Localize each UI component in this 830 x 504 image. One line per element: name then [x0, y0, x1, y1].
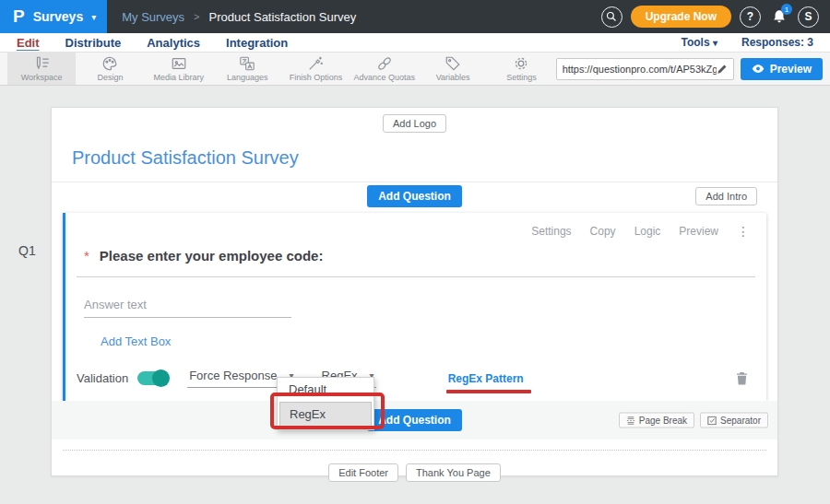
- validation-toggle[interactable]: [137, 371, 169, 385]
- validation-type-menu: Default RegEx: [277, 377, 374, 430]
- editor-toolbar: Workspace Design Media Library Languages…: [0, 53, 830, 86]
- survey-card: Add Logo Product Satisfaction Survey Add…: [51, 107, 778, 476]
- search-icon: [606, 11, 617, 22]
- gear-icon: [513, 55, 529, 72]
- tab-edit[interactable]: Edit: [17, 36, 40, 50]
- survey-title[interactable]: Product Satisfaction Survey: [72, 147, 777, 169]
- translate-icon: [239, 55, 255, 72]
- thank-you-page-button[interactable]: Thank You Page: [406, 463, 501, 482]
- add-logo-button[interactable]: Add Logo: [383, 114, 446, 133]
- preview-button[interactable]: Preview: [741, 58, 823, 80]
- toolbar-item-advance-quotas[interactable]: Advance Quotas: [350, 53, 419, 85]
- top-header: P Surveys ▾ My Surveys > Product Satisfa…: [0, 0, 830, 33]
- question-block: Settings Copy Logic Preview ⋮ * Please e…: [63, 213, 766, 401]
- separator-button[interactable]: Separator: [700, 413, 768, 428]
- add-question-button-top[interactable]: Add Question: [367, 185, 462, 207]
- tab-analytics[interactable]: Analytics: [147, 36, 200, 50]
- breadcrumb-my-surveys[interactable]: My Surveys: [122, 10, 184, 24]
- tab-distribute[interactable]: Distribute: [65, 36, 122, 50]
- questionpro-logo: P: [13, 6, 25, 27]
- question-settings-link[interactable]: Settings: [531, 225, 571, 238]
- toolbar-item-workspace[interactable]: Workspace: [7, 53, 76, 85]
- question-number: Q1: [18, 243, 36, 258]
- magic-wand-icon: [307, 55, 324, 72]
- delete-question-button[interactable]: [736, 371, 748, 385]
- survey-url-input[interactable]: [563, 64, 717, 75]
- question-preview-link[interactable]: Preview: [679, 225, 718, 238]
- eye-icon: [752, 64, 765, 74]
- chevron-down-icon: ▾: [91, 12, 96, 22]
- question-logic-link[interactable]: Logic: [634, 225, 661, 238]
- breadcrumb-current-survey: Product Satisfaction Survey: [209, 10, 357, 24]
- avatar[interactable]: S: [798, 6, 819, 28]
- chain-link-icon: [376, 55, 393, 72]
- notification-badge: 1: [781, 4, 792, 15]
- breadcrumb: My Surveys > Product Satisfaction Survey: [122, 10, 356, 24]
- question-actions: Settings Copy Logic Preview ⋮: [65, 213, 766, 239]
- add-question-button-bottom[interactable]: Add Question: [367, 409, 462, 431]
- checkbox-icon: [707, 416, 717, 425]
- product-menu-label: Surveys: [33, 9, 83, 24]
- chevron-down-icon: ▾: [713, 38, 717, 48]
- palette-icon: [101, 55, 118, 72]
- toggle-knob: [152, 369, 170, 387]
- edit-footer-button[interactable]: Edit Footer: [328, 463, 398, 482]
- add-text-box-link[interactable]: Add Text Box: [101, 334, 171, 348]
- toolbar-right: Preview: [556, 53, 830, 85]
- page-break-button[interactable]: Page Break: [619, 413, 694, 428]
- dotted-divider: [63, 450, 766, 451]
- trash-icon: [736, 371, 748, 385]
- tools-menu[interactable]: Tools ▾: [681, 36, 717, 49]
- question-text[interactable]: Please enter your employee code:: [100, 248, 324, 264]
- notifications-button[interactable]: 1: [769, 6, 789, 27]
- tab-integration[interactable]: Integration: [226, 36, 288, 50]
- tools-label: Tools: [681, 36, 709, 49]
- upgrade-now-button[interactable]: Upgrade Now: [631, 6, 731, 28]
- toolbar-item-languages[interactable]: Languages: [213, 53, 281, 85]
- toolbar-item-design[interactable]: Design: [76, 53, 144, 85]
- workspace-icon: [33, 55, 50, 72]
- validation-row: Validation Force Response ▾ RegEx ▾ RegE…: [65, 369, 766, 388]
- add-intro-button[interactable]: Add Intro: [695, 187, 757, 205]
- image-icon: [171, 55, 187, 72]
- surveys-product-menu[interactable]: P Surveys ▾: [0, 0, 107, 33]
- answer-text-input[interactable]: [84, 298, 291, 318]
- tag-icon: [445, 55, 461, 72]
- header-actions: Upgrade Now ? 1 S: [601, 6, 819, 28]
- question-text-row: * Please enter your employee code:: [77, 246, 755, 277]
- toolbar-item-variables[interactable]: Variables: [419, 53, 487, 85]
- intro-row: Add Question Add Intro: [52, 182, 777, 209]
- survey-nav: Edit Distribute Analytics Integration To…: [0, 33, 830, 53]
- survey-canvas: Q1 Add Logo Product Satisfaction Survey …: [0, 86, 830, 502]
- kebab-menu-icon[interactable]: ⋮: [737, 224, 750, 239]
- menu-option-regex[interactable]: RegEx: [279, 402, 372, 427]
- between-questions-row: Add Question Page Break Separator: [52, 401, 777, 440]
- survey-url-box: [556, 58, 734, 80]
- validation-label: Validation: [77, 371, 128, 385]
- toolbar-item-settings[interactable]: Settings: [487, 53, 555, 85]
- responses-count[interactable]: Responses: 3: [741, 36, 813, 49]
- menu-option-default[interactable]: Default: [278, 378, 374, 401]
- required-asterisk-icon: *: [84, 248, 89, 264]
- nav-right: Tools ▾ Responses: 3: [681, 36, 813, 49]
- search-button[interactable]: [601, 6, 622, 28]
- breadcrumb-separator-icon: >: [194, 11, 199, 22]
- edit-pencil-icon[interactable]: [717, 64, 728, 75]
- question-copy-link[interactable]: Copy: [590, 225, 616, 238]
- toolbar-item-finish-options[interactable]: Finish Options: [281, 53, 350, 85]
- page-break-icon: [626, 416, 635, 425]
- regex-pattern-link[interactable]: RegEx Pattern: [448, 372, 524, 385]
- toolbar-item-media-library[interactable]: Media Library: [145, 53, 213, 85]
- help-button[interactable]: ?: [740, 6, 761, 28]
